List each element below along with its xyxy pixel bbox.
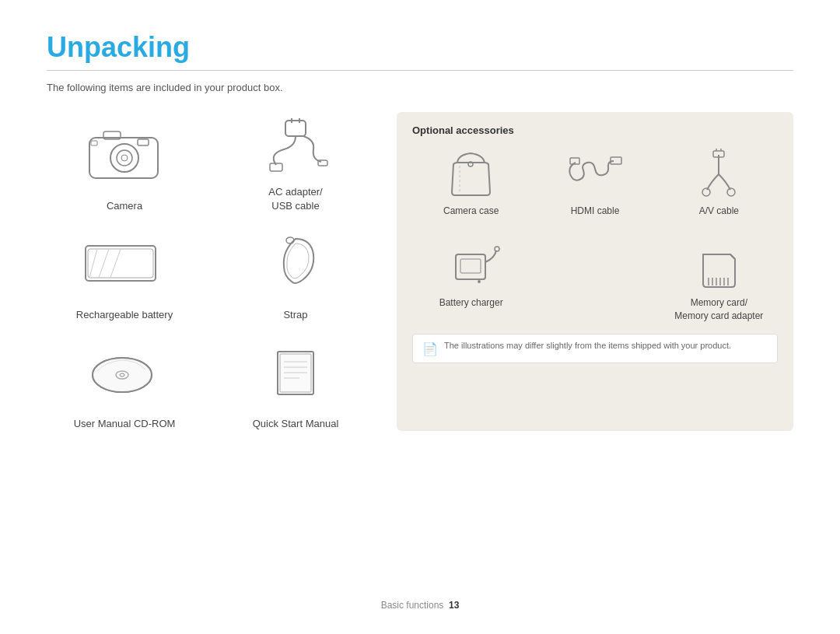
- battery-charger-icon: [440, 239, 502, 293]
- camera-case-label: Camera case: [443, 205, 499, 218]
- note-icon: 📄: [422, 342, 438, 356]
- svg-point-34: [702, 188, 710, 196]
- footer-text: Basic functions: [381, 600, 444, 611]
- rechargeable-battery-label: Rechargeable battery: [76, 308, 173, 322]
- ac-adapter-icon: [253, 112, 338, 180]
- main-content: Camera: [47, 112, 793, 431]
- camera-label: Camera: [107, 199, 142, 213]
- battery-charger-label: Battery charger: [439, 296, 503, 310]
- page-title: Unpacking: [47, 31, 793, 64]
- note-text: The illustrations may differ slightly fr…: [444, 341, 731, 350]
- title-divider: [47, 70, 793, 71]
- item-strap: Strap: [218, 221, 373, 322]
- optional-grid: Camera case HDMI cable: [412, 147, 778, 323]
- hdmi-cable-icon: [564, 147, 626, 201]
- hdmi-cable-label: HDMI cable: [571, 205, 620, 218]
- camera-case-icon: [446, 147, 496, 201]
- svg-point-1: [110, 144, 138, 172]
- svg-line-14: [89, 249, 97, 278]
- user-manual-cd-label: User Manual CD-ROM: [74, 417, 176, 431]
- item-user-manual-cd: User Manual CD-ROM: [47, 330, 202, 431]
- camera-icon: [82, 112, 167, 194]
- svg-line-15: [99, 249, 109, 278]
- page-container: Unpacking The following items are includ…: [0, 0, 840, 454]
- items-grid: Camera: [47, 112, 373, 431]
- strap-label: Strap: [283, 308, 307, 322]
- svg-point-40: [495, 247, 499, 251]
- optional-title: Optional accessories: [412, 124, 778, 136]
- svg-line-16: [110, 249, 121, 278]
- av-cable-icon: [688, 147, 750, 201]
- strap-icon: [261, 221, 331, 303]
- quick-start-manual-label: Quick Start Manual: [253, 417, 339, 431]
- opt-av-cable: A/V cable: [660, 147, 778, 225]
- svg-point-41: [478, 280, 481, 283]
- opt-memory-card: Memory card/Memory card adapter: [660, 239, 778, 323]
- footer-page-number: 13: [449, 600, 459, 611]
- svg-rect-12: [86, 246, 156, 281]
- footer: Basic functions 13: [0, 600, 840, 611]
- opt-battery-charger: Battery charger: [412, 239, 530, 323]
- memory-card-icon: [691, 239, 746, 293]
- memory-card-label: Memory card/Memory card adapter: [674, 296, 763, 323]
- note-box: 📄 The illustrations may differ slightly …: [412, 334, 778, 363]
- svg-point-2: [117, 150, 132, 166]
- svg-rect-7: [285, 121, 306, 136]
- av-cable-label: A/V cable: [699, 205, 739, 218]
- item-quick-start-manual: Quick Start Manual: [218, 330, 373, 431]
- svg-point-35: [727, 188, 735, 196]
- item-camera: Camera: [47, 112, 202, 213]
- item-rechargeable-battery: Rechargeable battery: [47, 221, 202, 322]
- svg-rect-13: [88, 249, 153, 278]
- quick-start-manual-icon: [261, 330, 331, 412]
- item-ac-adapter: AC adapter/USB cable: [218, 112, 373, 213]
- page-subtitle: The following items are included in your…: [47, 82, 793, 93]
- svg-point-21: [120, 373, 124, 377]
- opt-empty: [536, 239, 653, 323]
- svg-rect-39: [460, 259, 481, 273]
- ac-adapter-label: AC adapter/USB cable: [268, 185, 322, 213]
- svg-point-3: [121, 155, 128, 161]
- svg-rect-5: [138, 139, 149, 145]
- rechargeable-battery-icon: [82, 221, 167, 303]
- svg-rect-6: [91, 141, 97, 145]
- opt-hdmi-cable: HDMI cable: [536, 147, 653, 225]
- cd-rom-icon: [89, 330, 159, 412]
- opt-camera-case: Camera case: [412, 147, 530, 225]
- optional-accessories-box: Optional accessories: [397, 112, 793, 431]
